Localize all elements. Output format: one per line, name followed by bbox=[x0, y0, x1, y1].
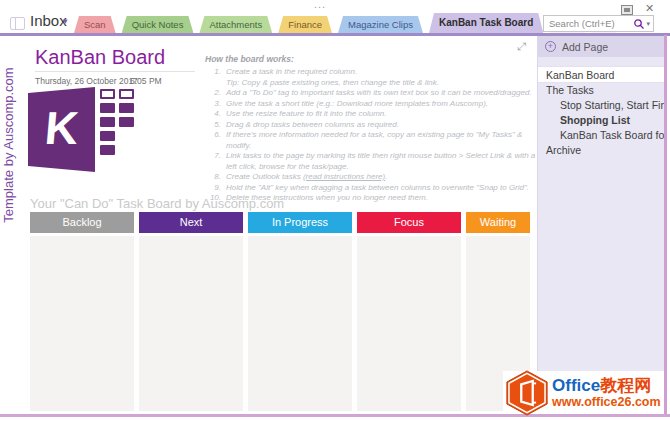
logo-tile bbox=[119, 117, 134, 127]
instruction-number: 4. bbox=[205, 109, 221, 120]
fullpage-view-icon[interactable]: ⤢ bbox=[517, 40, 526, 53]
instruction-item: 2.Add a "To Do" tag to important tasks w… bbox=[205, 88, 539, 99]
instruction-text: Give the task a short title (e.g.: Downl… bbox=[221, 99, 539, 110]
instruction-number: 7. bbox=[205, 151, 221, 172]
kanban-column-next: Next bbox=[139, 212, 243, 411]
notebook-icon bbox=[10, 17, 25, 30]
window-border-bottom bbox=[0, 414, 670, 417]
kanban-column-header[interactable]: Backlog bbox=[30, 212, 134, 233]
page-date: Thursday, 26 October 2017 bbox=[35, 76, 138, 86]
board-subtitle: Your "Can Do" Task Board by Auscomp.com bbox=[30, 196, 284, 211]
watermark-url: www.office26.com bbox=[552, 395, 661, 409]
instruction-item: 1.Create a task in the required column. bbox=[205, 67, 539, 78]
kanban-column-body[interactable] bbox=[357, 236, 461, 411]
section-tab-bar: ScanQuick NotesAttachmentsFinanceMagazin… bbox=[74, 13, 616, 33]
logo-tile bbox=[100, 103, 115, 113]
kanban-logo-tiles bbox=[100, 89, 134, 155]
kanban-column-header[interactable]: In Progress bbox=[248, 212, 352, 233]
instruction-item-tip: Tip: Copy & paste existing ones, then ch… bbox=[205, 78, 539, 89]
kanban-column-header[interactable]: Focus bbox=[357, 212, 461, 233]
instruction-item: 7.Link tasks to the page by marking its … bbox=[205, 151, 539, 172]
instruction-text: Create a task in the required column. bbox=[221, 67, 539, 78]
title-divider bbox=[35, 71, 195, 72]
add-page-plus-icon: + bbox=[545, 41, 556, 52]
instruction-number: 3. bbox=[205, 99, 221, 110]
instructions-title: How the board works: bbox=[205, 54, 539, 64]
page-list-item-kanban-task-board-for-ms-outl[interactable]: KanBan Task Board for MS Outl bbox=[538, 128, 664, 143]
instruction-text: If there's more information needed for a… bbox=[221, 130, 539, 151]
instruction-text: Drag & drop tasks between columns as req… bbox=[221, 120, 539, 131]
window-border-right bbox=[664, 35, 667, 414]
page-list-item-shopping-list[interactable]: Shopping List bbox=[538, 113, 664, 128]
instruction-item: 4.Use the resize feature to fit it into … bbox=[205, 109, 539, 120]
search-box[interactable]: Search (Ctrl+E) ▾ bbox=[543, 15, 654, 32]
page-list-item-kanban-board[interactable]: KanBan Board bbox=[538, 66, 664, 83]
onenote-window: ... ✕ Inbox ▾ ScanQuick NotesAttachments… bbox=[0, 0, 670, 421]
window-close-icon[interactable]: ✕ bbox=[645, 2, 654, 15]
kanban-column-focus: Focus bbox=[357, 212, 461, 411]
instruction-text: Create Outlook tasks (read instructions … bbox=[221, 172, 539, 183]
instruction-tip-text: Tip: Copy & paste existing ones, then ch… bbox=[221, 78, 539, 89]
logo-tile bbox=[100, 89, 115, 99]
watermark-title-en: Office bbox=[552, 376, 600, 395]
search-icon[interactable] bbox=[633, 18, 645, 30]
instruction-number: 5. bbox=[205, 120, 221, 131]
kanban-column-header[interactable]: Next bbox=[139, 212, 243, 233]
section-tab-scan[interactable]: Scan bbox=[74, 16, 116, 33]
section-tab-quick-notes[interactable]: Quick Notes bbox=[122, 16, 194, 33]
instruction-number: 6. bbox=[205, 130, 221, 151]
instruction-text: Hold the "Alt" key when dragging a task … bbox=[221, 183, 539, 194]
kanban-logo: K bbox=[28, 87, 95, 172]
page-time: 6:05 PM bbox=[130, 76, 162, 86]
page-title[interactable]: KanBan Board bbox=[35, 46, 165, 69]
logo-tile bbox=[119, 103, 134, 113]
template-credit-vertical-text: Template by Auscomp.com bbox=[1, 55, 17, 235]
search-placeholder: Search (Ctrl+E) bbox=[544, 18, 633, 29]
add-page-button[interactable]: + Add Page bbox=[538, 36, 664, 57]
instruction-item: 6.If there's more information needed for… bbox=[205, 130, 539, 151]
section-tab-attachments[interactable]: Attachments bbox=[199, 16, 272, 33]
kanban-column-body[interactable] bbox=[139, 236, 243, 411]
office26-watermark: Office教程网 www.office26.com bbox=[503, 371, 664, 414]
instruction-item: 9.Hold the "Alt" key when dragging a tas… bbox=[205, 183, 539, 194]
page-sidebar: + Add Page KanBan BoardThe TasksStop Sta… bbox=[537, 36, 664, 413]
instruction-item: 8.Create Outlook tasks (read instruction… bbox=[205, 172, 539, 183]
logo-tile bbox=[100, 117, 115, 127]
logo-tile bbox=[100, 131, 115, 141]
section-tab-magazine-clips[interactable]: Magazine Clips bbox=[338, 16, 423, 33]
kanban-column-body[interactable] bbox=[30, 236, 134, 411]
office26-logo-icon bbox=[504, 370, 550, 416]
logo-tile bbox=[100, 145, 115, 155]
kanban-logo-letter: K bbox=[43, 105, 81, 155]
kanban-column-header[interactable]: Waiting bbox=[466, 212, 530, 233]
page-list: KanBan BoardThe TasksStop Starting, Star… bbox=[538, 66, 664, 158]
instructions-list: 1.Create a task in the required column.T… bbox=[205, 67, 539, 204]
instruction-item: 3.Give the task a short title (e.g.: Dow… bbox=[205, 99, 539, 110]
kanban-column-backlog: Backlog bbox=[30, 212, 134, 411]
add-page-label: Add Page bbox=[562, 41, 608, 53]
instruction-number bbox=[205, 78, 221, 89]
page-list-item-the-tasks[interactable]: The Tasks bbox=[538, 83, 664, 98]
kanban-column-in-progress: In Progress bbox=[248, 212, 352, 411]
notebook-dropdown-caret-icon[interactable]: ▾ bbox=[63, 16, 68, 26]
search-scope-caret-icon[interactable]: ▾ bbox=[645, 20, 653, 28]
instruction-text: Add a "To Do" tag to important tasks wit… bbox=[221, 88, 539, 99]
kanban-board: BacklogNextIn ProgressFocusWaiting bbox=[30, 212, 530, 411]
notebook-switcher[interactable]: Inbox bbox=[30, 12, 67, 29]
section-tab-finance[interactable]: Finance bbox=[278, 16, 332, 33]
instruction-text: Link tasks to the page by marking its ti… bbox=[221, 151, 539, 172]
kanban-column-body[interactable] bbox=[248, 236, 352, 411]
instruction-number: 9. bbox=[205, 183, 221, 194]
instruction-text: Use the resize feature to fit it into th… bbox=[221, 109, 539, 120]
instruction-number: 2. bbox=[205, 88, 221, 99]
instruction-number: 1. bbox=[205, 67, 221, 78]
page-list-item-archive[interactable]: Archive bbox=[538, 143, 664, 158]
instructions-link[interactable]: (read instructions here) bbox=[303, 172, 385, 181]
instructions-block: How the board works: 1.Create a task in … bbox=[205, 54, 539, 204]
section-tab-kanban-task-board[interactable]: KanBan Task Board bbox=[429, 13, 543, 33]
titlebar-ellipsis-icon[interactable]: ... bbox=[314, 0, 326, 10]
ribbon-display-options-icon[interactable] bbox=[621, 5, 633, 15]
logo-tile bbox=[119, 89, 134, 99]
watermark-title-zh: 教程网 bbox=[600, 376, 651, 395]
page-list-item-stop-starting-start-finishing[interactable]: Stop Starting, Start Finishing bbox=[538, 98, 664, 113]
